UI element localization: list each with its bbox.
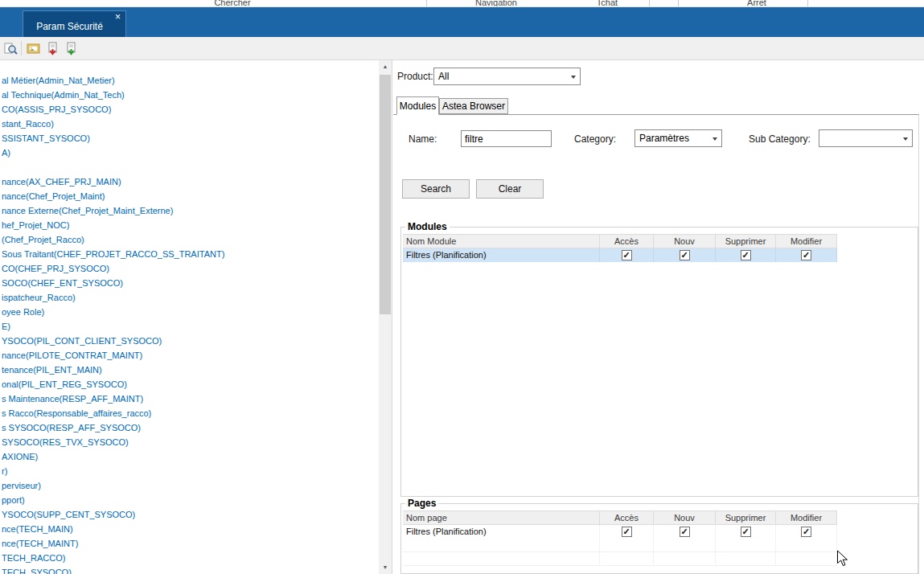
subcategory-label: Sub Category: (749, 133, 811, 145)
tree-item-role[interactable]: SYSOCO(RES_TVX_SYSOCO) (2, 435, 378, 449)
table-row[interactable]: Filtres (Planification)✓✓✓✓ (403, 525, 837, 539)
column-header: Supprimer (716, 511, 776, 524)
category-label: Category: (574, 133, 616, 145)
tree-item-role[interactable]: SOCO(CHEF_ENT_SYSOCO) (2, 276, 378, 290)
tree-item-role[interactable]: CO(CHEF_PRJ_SYSOCO) (2, 261, 378, 276)
column-header: Accès (600, 511, 654, 524)
tree-item-role[interactable]: nance(AX_CHEF_PRJ_MAIN) (2, 174, 378, 189)
permission-cell: ✓ (654, 525, 716, 539)
image-icon[interactable] (27, 42, 40, 55)
tree-item-role[interactable]: nance(PILOTE_CONTRAT_MAINT) (2, 348, 378, 363)
menu-item-tchat[interactable]: Tchat (597, 0, 618, 7)
menu-item-navigation[interactable]: Navigation (475, 0, 517, 7)
tab-modules[interactable]: Modules (396, 96, 439, 115)
tree-item-role[interactable]: pport) (2, 493, 378, 507)
name-input[interactable] (461, 130, 552, 147)
tree-item-role[interactable]: s Maintenance(RESP_AFF_MAINT) (2, 392, 378, 406)
checkbox[interactable]: ✓ (801, 250, 811, 260)
table-header: Nom ModuleAccèsNouvSupprimerModifier (403, 234, 837, 248)
table-body: Filtres (Planification)✓✓✓✓ (403, 248, 837, 262)
checkbox[interactable]: ✓ (622, 250, 632, 260)
empty-row (403, 552, 837, 566)
find-icon[interactable] (4, 42, 18, 55)
menu-item-arret[interactable]: Arret (747, 0, 766, 7)
tree-item-role[interactable]: stant_Racco) (2, 117, 378, 131)
tree-item-role[interactable]: CO(ASSIS_PRJ_SYSOCO) (2, 102, 378, 117)
tree-scrollbar[interactable]: ▲ ▼ (379, 60, 392, 574)
tree-item-role[interactable]: TECH_SYSOCO) (2, 565, 378, 574)
modules-table: Nom ModuleAccèsNouvSupprimerModifier Fil… (403, 234, 837, 262)
tree-item-role[interactable]: tenance(PIL_ENT_MAIN) (2, 363, 378, 377)
export-red-icon[interactable] (46, 42, 60, 55)
tree-item-role[interactable]: TECH_RACCO) (2, 551, 378, 565)
tree-item-role[interactable]: al Métier(Admin_Nat_Metier) (2, 73, 378, 88)
checkbox[interactable]: ✓ (741, 527, 751, 537)
subcategory-dropdown[interactable] (819, 129, 913, 147)
tree-item-role[interactable]: A) (2, 146, 378, 160)
tree-item-role[interactable]: AXIONE) (2, 449, 378, 464)
clear-button[interactable]: Clear (476, 179, 544, 199)
category-dropdown[interactable]: Paramètres (634, 129, 722, 147)
close-icon[interactable]: × (115, 12, 121, 22)
tab-param-securite[interactable]: Param Sécurité × (23, 10, 126, 37)
product-dropdown[interactable]: All (433, 68, 581, 85)
permission-cell: ✓ (600, 525, 654, 539)
tree-item-role[interactable]: s SYSOCO(RESP_AFF_SYSOCO) (2, 420, 378, 435)
menu-item-chercher[interactable]: Chercher (214, 0, 250, 7)
tree-item-role[interactable]: ispatcheur_Racco) (2, 290, 378, 305)
table-row[interactable]: Filtres (Planification)✓✓✓✓ (403, 248, 837, 262)
tree-item-role[interactable]: onal(PIL_ENT_REG_SYSOCO) (2, 377, 378, 392)
checkbox[interactable]: ✓ (741, 250, 751, 260)
download-green-icon[interactable] (64, 42, 78, 55)
tab-astea-browser[interactable]: Astea Browser (439, 98, 508, 114)
scroll-thumb[interactable] (380, 75, 391, 314)
app-window: Chercher Navigation Tchat Arret Param Sé… (0, 0, 924, 574)
empty-row (403, 539, 837, 552)
table-body: Filtres (Planification)✓✓✓✓ (403, 525, 837, 566)
tree-item-role (2, 160, 378, 174)
checkbox[interactable]: ✓ (680, 527, 690, 537)
scroll-down-arrow[interactable]: ▼ (379, 561, 392, 574)
permission-cell: ✓ (716, 248, 776, 262)
permission-cell: ✓ (716, 525, 776, 539)
tree-item-role[interactable]: perviseur) (2, 478, 378, 493)
column-header: Supprimer (716, 235, 776, 248)
tree-item-role[interactable]: al Technique(Admin_Nat_Tech) (2, 88, 378, 102)
chevron-down-icon (713, 137, 717, 141)
tree-item-role[interactable]: YSOCO(PIL_CONT_CLIENT_SYSOCO) (2, 334, 378, 348)
tree-item-role[interactable]: SSISTANT_SYSOCO) (2, 131, 378, 146)
tree-item-role[interactable]: nance Externe(Chef_Projet_Maint_Externe) (2, 203, 378, 218)
modules-tab-content: Name: Category: Paramètres Sub Category:… (393, 114, 919, 574)
menu-separator (807, 0, 808, 7)
checkbox[interactable]: ✓ (622, 527, 632, 537)
checkbox[interactable]: ✓ (801, 527, 811, 537)
tree-item-role[interactable]: nce(TECH_MAIN) (2, 522, 378, 536)
chevron-down-icon (571, 76, 576, 79)
modules-group-title: Modules (405, 221, 450, 232)
tree-item-role[interactable]: (Chef_Projet_Racco) (2, 232, 378, 247)
tree-item-role[interactable]: nce(TECH_MAINT) (2, 536, 378, 551)
search-button[interactable]: Search (402, 179, 470, 199)
toolbar-separator (21, 41, 22, 55)
tree-item-role[interactable]: s Racco(Responsable_affaires_racco) (2, 406, 378, 420)
tree-item-role[interactable]: oyee Role) (2, 305, 378, 319)
tree-item-role[interactable]: YSOCO(SUPP_CENT_SYSOCO) (2, 507, 378, 522)
product-value: All (438, 68, 449, 84)
permission-cell: ✓ (600, 248, 654, 262)
scroll-up-arrow[interactable]: ▲ (379, 60, 392, 73)
tree-item-role[interactable]: E) (2, 319, 378, 334)
tree-item-role[interactable]: hef_Projet_NOC) (2, 218, 378, 232)
tab-title: Param Sécurité (23, 21, 116, 32)
top-menu-bar: Chercher Navigation Tchat Arret (0, 0, 924, 7)
pages-group-title: Pages (405, 498, 438, 509)
row-label: Filtres (Planification) (403, 525, 600, 539)
product-label: Product: (397, 71, 433, 82)
column-header: Nouv (654, 511, 716, 524)
pages-table: Nom pageAccèsNouvSupprimerModifier Filtr… (403, 510, 837, 566)
menu-separator (426, 0, 427, 7)
tree-item-role[interactable]: r) (2, 464, 378, 478)
tree-item-role[interactable]: nance(Chef_Projet_Maint) (2, 189, 378, 203)
checkbox[interactable]: ✓ (680, 250, 690, 260)
tree-item-role[interactable]: Sous Traitant(CHEF_PROJET_RACCO_SS_TRAIT… (2, 247, 378, 261)
permission-cell: ✓ (776, 248, 837, 262)
